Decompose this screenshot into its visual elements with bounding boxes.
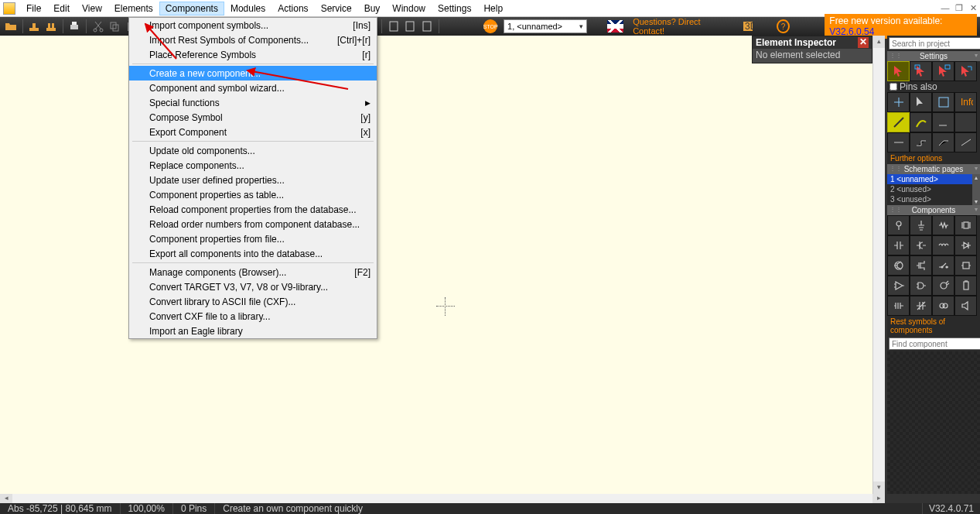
- line-mode-3[interactable]: [932, 132, 954, 152]
- scroll-right-icon[interactable]: ▸: [872, 494, 885, 503]
- page-selector[interactable]: 1, <unnamed>: [504, 19, 587, 33]
- tool-icon-1[interactable]: [26, 19, 42, 34]
- menu-item[interactable]: Compose Symbol[y]: [129, 110, 377, 125]
- select-mode-1[interactable]: [887, 92, 910, 112]
- menu-item[interactable]: Update user defined properties...: [129, 173, 377, 187]
- help-icon[interactable]: ?: [777, 19, 789, 33]
- open-icon[interactable]: [3, 19, 19, 34]
- page-2[interactable]: 2 <unused>: [887, 184, 980, 194]
- angle-mode-3[interactable]: [932, 112, 954, 132]
- settings-header[interactable]: Settings: [887, 51, 980, 61]
- menu-item[interactable]: Import component symbols...[Ins]: [129, 18, 377, 33]
- menu-item[interactable]: Reload order numbers from component data…: [129, 217, 377, 231]
- select-mode-2[interactable]: [910, 92, 932, 112]
- menu-item[interactable]: Component properties as table...: [129, 187, 377, 202]
- minimize-button[interactable]: —: [938, 2, 952, 15]
- tool-icon-2[interactable]: [43, 19, 59, 34]
- scroll-down-icon[interactable]: ▾: [873, 481, 885, 494]
- comp-conn-icon[interactable]: [954, 276, 977, 296]
- menu-item[interactable]: Place Reference Symbols[r]: [129, 47, 377, 62]
- comp-relay-icon[interactable]: [954, 255, 977, 276]
- menu-item[interactable]: Import Rest Symbols of Components...[Ctr…: [129, 33, 377, 47]
- comp-diode-icon[interactable]: [954, 235, 977, 255]
- menu-help[interactable]: Help: [477, 2, 509, 15]
- comp-transformer-icon[interactable]: [932, 296, 954, 316]
- tool-3d-icon[interactable]: 3D: [740, 19, 756, 34]
- scroll-left-icon[interactable]: ◂: [0, 494, 12, 503]
- comp-vcc-icon[interactable]: [887, 215, 910, 235]
- cursor-mode-4[interactable]: [954, 61, 977, 81]
- contact-link[interactable]: Questions? Direct Contact!: [633, 17, 723, 36]
- further-options-link[interactable]: Further options: [887, 152, 980, 164]
- menu-item[interactable]: Reload component properties from the dat…: [129, 202, 377, 217]
- inspector-close-icon[interactable]: ✕: [858, 37, 869, 48]
- close-button[interactable]: ✕: [966, 2, 980, 15]
- comp-gnd-icon[interactable]: [910, 215, 932, 235]
- comp-speaker-icon[interactable]: [954, 296, 977, 316]
- line-mode-2[interactable]: [910, 132, 932, 152]
- pins-also-checkbox[interactable]: [890, 83, 897, 91]
- comp-cap-icon[interactable]: [887, 235, 910, 255]
- page-1[interactable]: 1 <unnamed>: [887, 174, 980, 184]
- menu-item[interactable]: Manage components (Browser)...[F2]: [129, 265, 377, 279]
- menu-item[interactable]: Export Component[x]: [129, 125, 377, 139]
- menu-modules[interactable]: Modules: [224, 2, 271, 15]
- menu-components[interactable]: Components: [159, 2, 224, 15]
- comp-opamp-icon[interactable]: [887, 276, 910, 296]
- menu-settings[interactable]: Settings: [432, 2, 477, 15]
- angle-mode-2[interactable]: [910, 112, 932, 132]
- line-mode-4[interactable]: [954, 132, 977, 152]
- menu-window[interactable]: Window: [386, 2, 432, 15]
- menu-buy[interactable]: Buy: [358, 2, 387, 15]
- cut-icon[interactable]: [90, 19, 106, 34]
- comp-fet-icon[interactable]: [910, 255, 932, 276]
- comp-switch-icon[interactable]: [932, 255, 954, 276]
- comp-polycap-icon[interactable]: [887, 296, 910, 316]
- rest-symbols-link[interactable]: Rest symbols of components: [887, 316, 980, 336]
- menu-item[interactable]: Replace components...: [129, 158, 377, 173]
- project-search-input[interactable]: [889, 37, 980, 50]
- menu-item[interactable]: Special functions▶: [129, 95, 377, 110]
- comp-varcap-icon[interactable]: [910, 296, 932, 316]
- menu-item[interactable]: Import an Eagle library: [129, 324, 377, 338]
- menu-item[interactable]: Component properties from file...: [129, 231, 377, 246]
- menu-item[interactable]: Convert CXF file to a library...: [129, 309, 377, 324]
- menu-item[interactable]: Update old components...: [129, 143, 377, 158]
- menu-elements[interactable]: Elements: [108, 2, 159, 15]
- schematic-pages-header[interactable]: Schematic pages: [887, 164, 980, 174]
- cursor-mode-3[interactable]: [932, 61, 954, 81]
- doc-icon-2[interactable]: [403, 19, 418, 34]
- comp-crystal-icon[interactable]: [954, 215, 977, 235]
- copy-icon[interactable]: [108, 19, 123, 34]
- select-mode-3[interactable]: [932, 92, 954, 112]
- comp-resistor-icon[interactable]: [932, 215, 954, 235]
- comp-transistor-icon[interactable]: [887, 255, 910, 276]
- angle-mode-1[interactable]: [887, 112, 910, 132]
- menu-service[interactable]: Service: [315, 2, 358, 15]
- comp-gate-icon[interactable]: [910, 276, 932, 296]
- menu-file[interactable]: File: [20, 2, 47, 15]
- doc-icon-3[interactable]: [419, 19, 435, 34]
- components-header[interactable]: Components: [887, 205, 980, 215]
- menu-item[interactable]: Convert library to ASCII file (CXF)...: [129, 294, 377, 309]
- menu-view[interactable]: View: [76, 2, 108, 15]
- find-component-input[interactable]: [889, 338, 980, 350]
- menu-item[interactable]: Export all components into the database.…: [129, 246, 377, 261]
- angle-mode-4[interactable]: [954, 112, 977, 132]
- menu-item[interactable]: Component and symbol wizard...: [129, 81, 377, 95]
- vertical-scrollbar[interactable]: ▴ ▾: [872, 36, 885, 494]
- stop-icon[interactable]: STOP: [483, 19, 497, 33]
- comp-cap-pol-icon[interactable]: [910, 235, 932, 255]
- comp-inductor-icon[interactable]: [932, 235, 954, 255]
- cursor-mode-1[interactable]: [887, 61, 910, 81]
- menu-actions[interactable]: Actions: [271, 2, 314, 15]
- print-icon[interactable]: [67, 19, 83, 34]
- cursor-mode-2[interactable]: [910, 61, 932, 81]
- page-3[interactable]: 3 <unused>: [887, 194, 980, 204]
- menu-item[interactable]: Create a new component...: [129, 66, 377, 81]
- language-flag-icon[interactable]: [607, 20, 623, 33]
- pagelist-scrollbar[interactable]: ▴▾: [972, 174, 980, 205]
- comp-led-icon[interactable]: [932, 276, 954, 296]
- scroll-up-icon[interactable]: ▴: [873, 36, 885, 48]
- maximize-button[interactable]: ❐: [952, 2, 966, 15]
